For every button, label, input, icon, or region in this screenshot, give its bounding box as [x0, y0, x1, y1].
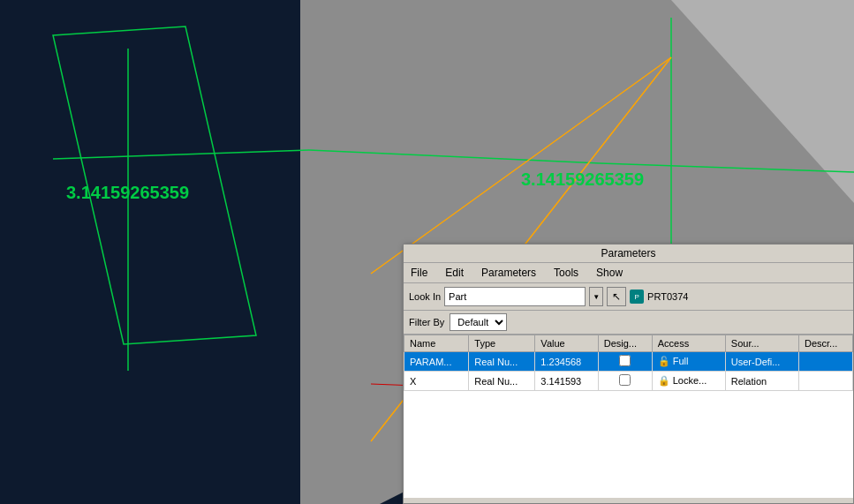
menu-tools[interactable]: Tools	[550, 265, 582, 281]
cell-desig[interactable]	[598, 372, 652, 391]
col-value: Value	[535, 335, 598, 352]
look-in-dropdown-arrow[interactable]: ▼	[589, 287, 603, 306]
menu-show[interactable]: Show	[593, 265, 626, 281]
filter-dropdown[interactable]: Default	[450, 313, 507, 331]
look-in-path: P PRT0374	[630, 290, 688, 304]
col-source: Sour...	[725, 335, 798, 352]
panel-menubar: File Edit Parameters Tools Show	[404, 263, 853, 283]
table-container: Name Type Value Desig... Access Sour... …	[404, 335, 853, 498]
cell-access: 🔓 Full	[652, 352, 725, 372]
menu-file[interactable]: File	[407, 265, 431, 281]
look-in-cursor-button[interactable]: ↖	[607, 287, 626, 306]
look-in-bar: Look In Part ▼ ↖ P PRT0374	[404, 283, 853, 311]
look-in-select[interactable]: Part	[444, 287, 586, 306]
menu-parameters[interactable]: Parameters	[478, 265, 540, 281]
prt-icon: P	[630, 290, 644, 304]
look-in-label: Look In	[409, 291, 441, 302]
cell-type: Real Nu...	[469, 352, 535, 372]
cell-source: User-Defi...	[725, 352, 798, 372]
col-name: Name	[404, 335, 469, 352]
col-type: Type	[469, 335, 535, 352]
cell-name: X	[404, 372, 469, 391]
panel-title: Parameters	[601, 247, 655, 260]
parameters-table: Name Type Value Desig... Access Sour... …	[404, 335, 853, 391]
look-in-value: Part	[449, 291, 466, 302]
table-header-row: Name Type Value Desig... Access Sour... …	[404, 335, 853, 352]
table-row[interactable]: PARAM... Real Nu... 1.234568 🔓 Full User…	[404, 352, 853, 372]
cell-access: 🔒 Locke...	[652, 372, 725, 391]
cell-source: Relation	[725, 372, 798, 391]
filter-label: Filter By	[409, 317, 444, 327]
col-access: Access	[652, 335, 725, 352]
cell-descr	[798, 352, 852, 372]
cell-desig[interactable]	[598, 352, 652, 372]
filter-bar: Filter By Default	[404, 311, 853, 335]
parameters-panel: Parameters File Edit Parameters Tools Sh…	[403, 244, 854, 504]
cell-type: Real Nu...	[469, 372, 535, 391]
col-desig: Desig...	[598, 335, 652, 352]
table-row[interactable]: X Real Nu... 3.141593 🔒 Locke... Relatio…	[404, 372, 853, 391]
cell-value: 3.141593	[535, 372, 598, 391]
look-in-path-label: PRT0374	[647, 291, 688, 302]
col-descr: Descr...	[798, 335, 852, 352]
cell-name: PARAM...	[404, 352, 469, 372]
cell-value: 1.234568	[535, 352, 598, 372]
panel-titlebar: Parameters	[404, 244, 853, 263]
cell-descr	[798, 372, 852, 391]
menu-edit[interactable]: Edit	[442, 265, 467, 281]
